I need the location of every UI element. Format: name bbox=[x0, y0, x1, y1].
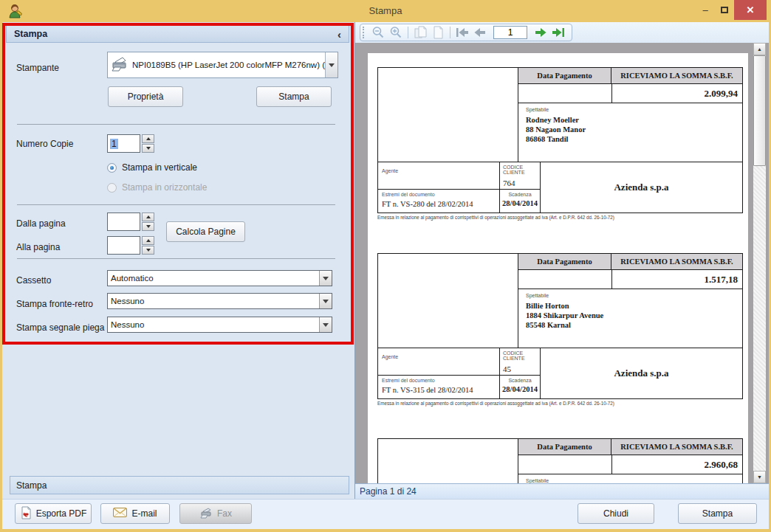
duplex-select[interactable]: Nessuno bbox=[107, 293, 332, 309]
customer-address2: 86868 Tandil bbox=[526, 134, 742, 144]
azienda-name: Azienda s.p.a bbox=[541, 348, 742, 398]
panel-bottom-bar-label: Stampa bbox=[16, 480, 47, 491]
separator bbox=[17, 258, 335, 259]
footer-bar: Esporta PDF E-mail Fax Chiudi Stampa bbox=[2, 499, 769, 529]
somma-header: RICEVIAMO LA SOMMA S.B.F. bbox=[611, 68, 742, 84]
zoom-in-icon[interactable] bbox=[387, 24, 405, 41]
panel-title: Stampa bbox=[14, 29, 47, 39]
page-number-input[interactable] bbox=[493, 26, 527, 39]
from-page-stepper[interactable] bbox=[107, 213, 154, 231]
chiudi-label: Chiudi bbox=[603, 508, 628, 519]
from-page-up-icon[interactable] bbox=[142, 213, 154, 221]
copies-stepper[interactable]: 1 bbox=[107, 134, 154, 153]
preview-page: Data Pagamento RICEVIAMO LA SOMMA S.B.F.… bbox=[368, 53, 748, 483]
properties-button[interactable]: Proprietà bbox=[108, 86, 183, 107]
tray-label: Cassetto bbox=[16, 275, 51, 286]
titlebar: Stampa – ✕ bbox=[0, 0, 771, 22]
maximize-button[interactable] bbox=[715, 0, 734, 20]
export-pdf-button[interactable]: Esporta PDF bbox=[15, 503, 92, 524]
tray-dropdown-arrow-icon[interactable] bbox=[319, 271, 332, 286]
landscape-radio: Stampa in orizzontale bbox=[107, 182, 207, 193]
fold-mark-value: Nessuno bbox=[108, 320, 319, 329]
tray-value: Automatico bbox=[108, 274, 319, 283]
previous-page-icon[interactable] bbox=[471, 24, 489, 41]
printer-dropdown-arrow-icon[interactable] bbox=[325, 52, 337, 77]
next-page-icon[interactable] bbox=[532, 24, 549, 41]
duplex-dropdown-arrow-icon[interactable] bbox=[319, 294, 332, 308]
copies-up-icon[interactable] bbox=[142, 134, 154, 143]
stampa-label: Stampa bbox=[702, 508, 733, 519]
agente-label: Agente bbox=[382, 168, 398, 173]
fold-mark-label: Stampa segnale piega bbox=[16, 322, 104, 333]
radio-selected-icon bbox=[107, 163, 117, 173]
scrollbar-thumb[interactable] bbox=[753, 55, 766, 166]
fold-mark-dropdown-arrow-icon[interactable] bbox=[319, 317, 332, 332]
separator bbox=[17, 204, 335, 205]
minimize-button[interactable]: – bbox=[696, 0, 715, 20]
zoom-out-icon[interactable] bbox=[369, 24, 387, 41]
receipt: Data Pagamento RICEVIAMO LA SOMMA S.B.F.… bbox=[377, 253, 743, 406]
spettabile-label: Spettabile bbox=[526, 107, 742, 112]
copies-value[interactable]: 1 bbox=[110, 139, 118, 149]
export-pdf-label: Esporta PDF bbox=[36, 508, 87, 519]
codice-cliente-value: 45 bbox=[503, 365, 540, 373]
multi-page-view-icon[interactable] bbox=[411, 24, 429, 41]
envelope-icon bbox=[113, 508, 127, 519]
print-button-top[interactable]: Stampa bbox=[256, 86, 332, 107]
fax-icon bbox=[199, 507, 213, 521]
scroll-down-icon[interactable]: ▼ bbox=[753, 471, 766, 483]
pdf-icon bbox=[20, 506, 32, 522]
close-button[interactable]: ✕ bbox=[734, 0, 767, 20]
radio-disabled-icon bbox=[107, 183, 117, 193]
receipt-amount: 1.517,18 bbox=[612, 270, 738, 289]
duplex-label: Stampa fronte-retro bbox=[16, 299, 93, 309]
documento-value: FT n. VS-315 del 28/02/2014 bbox=[382, 386, 499, 394]
scadenza-value: 28/04/2014 bbox=[500, 385, 540, 393]
agente-label: Agente bbox=[382, 354, 398, 359]
receipt: Data Pagamento RICEVIAMO LA SOMMA S.B.F.… bbox=[377, 438, 743, 483]
data-pagamento-header: Data Pagamento bbox=[518, 68, 611, 84]
print-button-bottom[interactable]: Stampa bbox=[678, 503, 757, 524]
copies-down-icon[interactable] bbox=[142, 144, 154, 153]
from-page-label: Dalla pagina bbox=[16, 218, 66, 229]
to-page-down-icon[interactable] bbox=[142, 246, 154, 255]
scadenza-label: Scadenza bbox=[500, 192, 540, 197]
toolbar-drag-handle[interactable] bbox=[363, 27, 366, 38]
close-dialog-button[interactable]: Chiudi bbox=[578, 503, 654, 524]
print-settings-panel: Stampa ‹ Stampante NPI0189B5 (HP LaserJe… bbox=[2, 22, 354, 499]
printer-label: Stampante bbox=[16, 63, 59, 73]
receipt-amount: 2.960,68 bbox=[612, 455, 738, 474]
azienda-name: Azienda s.p.a bbox=[541, 162, 742, 213]
tray-select[interactable]: Automatico bbox=[107, 270, 332, 286]
preview-toolbar bbox=[355, 22, 769, 43]
to-page-stepper[interactable] bbox=[107, 236, 154, 255]
email-button[interactable]: E-mail bbox=[100, 503, 170, 524]
fax-button: Fax bbox=[179, 503, 252, 524]
fold-mark-select[interactable]: Nessuno bbox=[107, 317, 332, 333]
window-content: Stampa ‹ Stampante NPI0189B5 (HP LaserJe… bbox=[2, 22, 769, 529]
collapse-chevron-icon[interactable]: ‹ bbox=[337, 28, 341, 41]
to-page-value[interactable] bbox=[107, 236, 140, 255]
from-page-value[interactable] bbox=[107, 213, 140, 231]
print-preview: Data Pagamento RICEVIAMO LA SOMMA S.B.F.… bbox=[355, 43, 769, 483]
duplex-value: Nessuno bbox=[108, 297, 319, 305]
panel-bottom-bar-stampa[interactable]: Stampa bbox=[10, 476, 349, 494]
printer-select[interactable]: NPI0189B5 (HP LaserJet 200 colorMFP M276… bbox=[107, 52, 338, 78]
spettabile-label: Spettabile bbox=[526, 478, 742, 483]
customer-name: Rodney Moeller bbox=[526, 115, 742, 125]
customer-address2: 85548 Karnal bbox=[526, 320, 742, 330]
portrait-radio[interactable]: Stampa in verticale bbox=[107, 162, 197, 173]
preview-scrollbar[interactable]: ▲ ▼ bbox=[753, 43, 766, 483]
first-page-icon[interactable] bbox=[453, 24, 471, 41]
panel-header: Stampa ‹ bbox=[6, 25, 349, 43]
scroll-up-icon[interactable]: ▲ bbox=[753, 43, 766, 55]
statusbar: Pagina 1 di 24 bbox=[355, 483, 769, 499]
last-page-icon[interactable] bbox=[549, 24, 567, 41]
preview-section: Data Pagamento RICEVIAMO LA SOMMA S.B.F.… bbox=[354, 22, 769, 499]
somma-header: RICEVIAMO LA SOMMA S.B.F. bbox=[611, 254, 742, 270]
to-page-up-icon[interactable] bbox=[142, 236, 154, 245]
from-page-down-icon[interactable] bbox=[142, 222, 154, 231]
receipt-footnote: Emessa in relazione al pagamento di corr… bbox=[377, 215, 743, 220]
single-page-view-icon[interactable] bbox=[429, 24, 447, 41]
calc-pages-button[interactable]: Calcola Pagine bbox=[166, 221, 245, 242]
